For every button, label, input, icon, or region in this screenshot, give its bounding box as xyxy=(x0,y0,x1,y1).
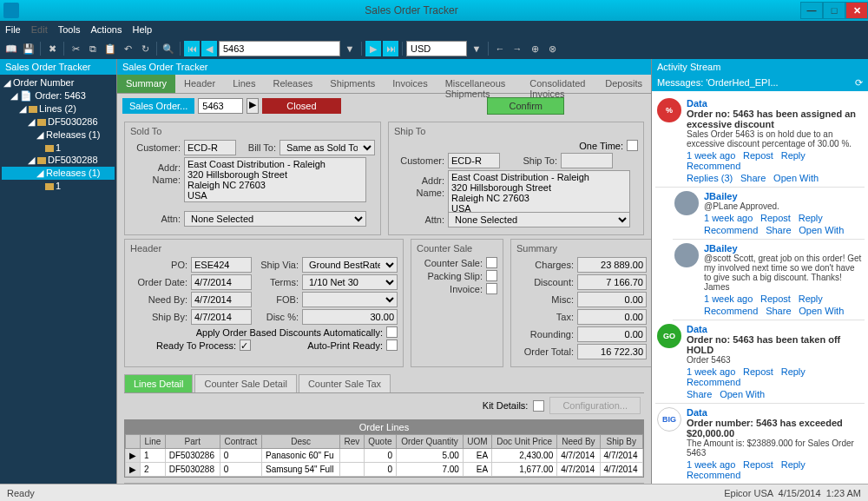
messages-list[interactable]: %DataOrder no: 5463 has been assigned an… xyxy=(652,91,868,484)
ready-checkbox[interactable]: ✓ xyxy=(240,339,251,351)
refresh-icon[interactable]: ↻ xyxy=(137,41,153,56)
book-icon[interactable]: 📖 xyxy=(3,41,19,56)
tab-deposits[interactable]: Deposits xyxy=(596,75,651,93)
tab-invoices[interactable]: Invoices xyxy=(384,75,436,93)
tree-part[interactable]: ◢ DF5030288 xyxy=(2,154,115,167)
toolbar: 📖 💾 ✖ ✂ ⧉ 📋 ↶ ↻ 🔍 ⏮ ◀ ▼ ▶ ⏭ ▼ ← → ⊕ ⊗ xyxy=(0,38,868,59)
tree-rel[interactable]: 1 xyxy=(2,142,115,154)
tree-root[interactable]: ◢ Order Number xyxy=(2,76,115,89)
tree-part[interactable]: ◢ DF5030286 xyxy=(2,115,115,129)
refresh-icon[interactable]: ⟳ xyxy=(855,77,863,89)
nav-back-icon[interactable]: ← xyxy=(492,41,508,56)
nav-icon[interactable]: ⊗ xyxy=(544,41,560,56)
soldto-address xyxy=(184,157,366,202)
last-icon[interactable]: ⏭ xyxy=(383,41,398,56)
invoice-checkbox[interactable] xyxy=(486,283,497,294)
menu-edit[interactable]: Edit xyxy=(31,24,48,35)
soldto-customer[interactable] xyxy=(184,140,236,155)
message-icon: % xyxy=(657,98,681,122)
message-item[interactable]: GODataOrder no: 5463 has been taken off … xyxy=(655,320,865,404)
billto-select[interactable]: Same as Sold To xyxy=(279,140,375,155)
menu-file[interactable]: File xyxy=(5,24,21,35)
soldto-attn[interactable]: None Selected xyxy=(184,211,366,227)
autodisc-checkbox[interactable] xyxy=(386,326,398,338)
tree-lines[interactable]: ◢ Lines (2) xyxy=(2,102,115,115)
cut-icon[interactable]: ✂ xyxy=(68,41,83,56)
onetime-checkbox[interactable] xyxy=(627,140,638,151)
order-tree[interactable]: ◢ Order Number ◢ 📄 Order: 5463 ◢ Lines (… xyxy=(0,75,116,484)
tab-shipments[interactable]: Shipments xyxy=(321,75,384,93)
next-icon[interactable]: ▶ xyxy=(365,41,381,56)
order-number-input[interactable] xyxy=(198,98,243,114)
tree-rel[interactable]: 1 xyxy=(2,180,115,192)
save-icon[interactable]: 💾 xyxy=(21,41,36,56)
dropdown-icon[interactable]: ▼ xyxy=(469,41,484,56)
discpct-input[interactable] xyxy=(302,309,398,325)
order-lines-grid[interactable]: Order Lines LinePartContractDescRevQuote… xyxy=(124,419,644,478)
table-row[interactable]: ▶1DF50302860Panasonic 60" Fu05.00EA2,430… xyxy=(126,449,643,463)
packingslip-checkbox[interactable] xyxy=(486,270,497,281)
maximize-button[interactable]: □ xyxy=(823,2,845,19)
subtab-counter-detail[interactable]: Counter Sale Detail xyxy=(194,374,296,392)
minimize-button[interactable]: — xyxy=(800,2,823,19)
confirm-button[interactable]: Confirm xyxy=(487,97,564,115)
message-user[interactable]: Data xyxy=(687,324,863,334)
nav-icon[interactable]: ⊕ xyxy=(527,41,542,56)
tab-consolidated[interactable]: Consolidated Invoices xyxy=(521,75,596,93)
tab-header[interactable]: Header xyxy=(175,75,224,93)
prev-icon[interactable]: ◀ xyxy=(201,41,217,56)
autoprint-checkbox[interactable] xyxy=(386,339,398,351)
charges-value xyxy=(577,257,647,273)
tree-releases-selected[interactable]: ◢ Releases (1) xyxy=(2,167,115,180)
menu-actions[interactable]: Actions xyxy=(90,24,122,35)
message-item[interactable]: %DataOrder no: 5463 has been assigned an… xyxy=(655,95,865,188)
message-user[interactable]: Data xyxy=(687,407,863,418)
message-item[interactable]: BIGDataOrder number: 5463 has exceeded $… xyxy=(655,404,865,484)
undo-icon[interactable]: ↶ xyxy=(120,41,135,56)
copy-icon[interactable]: ⧉ xyxy=(85,41,101,56)
tab-summary[interactable]: Summary xyxy=(117,75,175,93)
shipto-shipto[interactable] xyxy=(561,153,613,168)
message-item[interactable]: JBailey@scott Scott, great job on this o… xyxy=(673,240,865,320)
currency-selector[interactable] xyxy=(406,41,467,56)
nav-fwd-icon[interactable]: → xyxy=(510,41,525,56)
subtab-lines-detail[interactable]: Lines Detail xyxy=(124,374,193,392)
shipby-input[interactable] xyxy=(191,309,252,325)
first-icon[interactable]: ⏮ xyxy=(184,41,200,56)
shipto-attn[interactable]: None Selected xyxy=(448,212,630,227)
horizontal-scrollbar[interactable]: ◀▶ xyxy=(124,483,644,484)
po-input[interactable] xyxy=(191,257,252,273)
message-user[interactable]: Data xyxy=(687,98,863,109)
menu-tools[interactable]: Tools xyxy=(58,24,81,35)
order-selector[interactable] xyxy=(219,41,340,56)
terms-select[interactable]: 1/10 Net 30 xyxy=(302,274,398,290)
delete-icon[interactable]: ✖ xyxy=(44,41,60,56)
orderdate-input[interactable] xyxy=(191,274,252,290)
misc-value xyxy=(577,292,647,307)
needby-input[interactable] xyxy=(191,292,252,307)
countersale-checkbox[interactable] xyxy=(486,257,497,268)
menu-help[interactable]: Help xyxy=(132,24,152,35)
tab-misc-shipments[interactable]: Miscellaneous Shipments xyxy=(437,75,522,93)
close-button[interactable]: ✕ xyxy=(845,2,868,19)
table-row[interactable]: ▶2DF50302880Samsung 54" Full07.00EA1,677… xyxy=(126,463,643,477)
message-user[interactable]: JBailey xyxy=(704,191,863,201)
message-user[interactable]: JBailey xyxy=(704,243,863,254)
tree-order[interactable]: ◢ 📄 Order: 5463 xyxy=(2,89,115,102)
fob-select[interactable] xyxy=(302,292,398,307)
messages-header: Messages: 'OrderHed_EPI...⟳ xyxy=(652,75,868,91)
shipvia-select[interactable]: Ground BestRate xyxy=(302,257,398,273)
subtab-counter-tax[interactable]: Counter Sale Tax xyxy=(299,374,391,392)
search-icon[interactable]: 🔍 xyxy=(161,41,176,56)
kit-checkbox[interactable] xyxy=(533,400,544,412)
dropdown-icon[interactable]: ▼ xyxy=(342,41,358,56)
shipto-customer[interactable] xyxy=(448,153,500,168)
paste-icon[interactable]: 📋 xyxy=(102,41,118,56)
tab-lines[interactable]: Lines xyxy=(224,75,264,93)
tree-releases[interactable]: ◢ Releases (1) xyxy=(2,129,115,142)
tab-releases[interactable]: Releases xyxy=(264,75,321,93)
message-icon: GO xyxy=(657,324,681,348)
message-item[interactable]: JBailey@PLane Approved.1 week ago Repost… xyxy=(673,188,865,240)
app-icon xyxy=(3,3,19,18)
order-search-button[interactable]: ▶ xyxy=(247,98,259,114)
